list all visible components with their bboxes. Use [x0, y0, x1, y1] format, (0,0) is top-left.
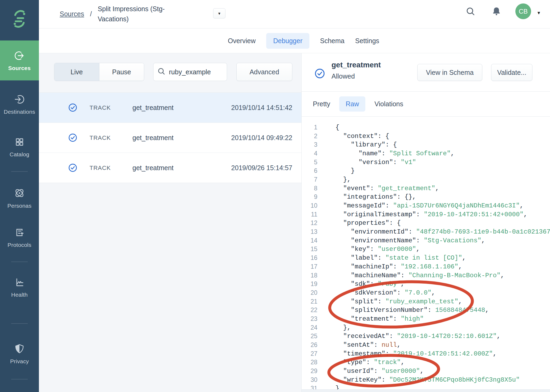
code-text: "userId": "user0000", [335, 368, 424, 375]
search-icon[interactable] [466, 6, 476, 18]
health-icon [14, 276, 25, 289]
tab-schema[interactable]: Schema [320, 33, 345, 49]
tab-overview[interactable]: Overview [228, 33, 256, 49]
line-number: 26 [302, 341, 317, 349]
source-switcher-button[interactable]: ▾ [213, 8, 225, 18]
sidebar-divider [11, 379, 28, 379]
account-menu-caret-icon[interactable]: ▼ [537, 11, 541, 15]
line-number: 23 [302, 315, 317, 322]
view-in-schema-button[interactable]: View in Schema [417, 64, 482, 81]
event-row-1[interactable]: TRACKget_treatment2019/10/14 14:51:42 [39, 93, 301, 123]
event-search-input[interactable] [169, 68, 223, 76]
breadcrumb: Sources / Split Impressions (Stg-Vacatio… [60, 4, 181, 24]
code-line-2: 2 "context": { [302, 132, 550, 141]
code-line-27: 27 "timestamp": "2019-10-14T20:51:42.000… [302, 349, 550, 358]
advanced-button[interactable]: Advanced [236, 63, 292, 81]
view-tab-violations[interactable]: Violations [374, 96, 403, 112]
validate-button[interactable]: Validate... [491, 64, 532, 81]
code-text: "receivedAt": "2019-10-14T20:52:10.601Z"… [335, 333, 500, 340]
line-number: 30 [302, 376, 317, 383]
sidebar: SourcesDestinationsCatalogPersonasProtoc… [0, 0, 39, 392]
code-text: } [335, 385, 339, 389]
segment-logo-icon [13, 10, 26, 29]
pause-toggle-button[interactable]: Pause [99, 63, 144, 81]
code-text: "integrations": {}, [335, 193, 416, 201]
code-line-31: 31} [302, 384, 550, 389]
view-tab-pretty[interactable]: Pretty [313, 96, 330, 112]
sidebar-item-destinations[interactable]: Destinations [0, 89, 39, 119]
event-list: TRACKget_treatment2019/10/14 14:51:42TRA… [39, 92, 301, 183]
line-number: 4 [302, 150, 317, 157]
breadcrumb-separator: / [90, 10, 92, 18]
sidebar-item-protocols[interactable]: Protocols [0, 222, 39, 252]
code-line-24: 24 }, [302, 323, 550, 332]
code-text: }, [335, 324, 351, 331]
code-text: "sdk": "ruby", [335, 280, 405, 288]
bell-icon[interactable] [491, 6, 502, 18]
code-line-28: 28 "type": "track", [302, 358, 550, 367]
sidebar-item-label: Protocols [7, 242, 31, 248]
code-line-1: 1{ [302, 123, 550, 132]
code-line-3: 3 "library": { [302, 140, 550, 149]
code-text: "timestamp": "2019-10-14T20:51:42.000Z", [335, 350, 497, 357]
line-number: 31 [302, 385, 317, 389]
line-number: 7 [302, 176, 317, 183]
event-row-3[interactable]: TRACKget_treatment2019/09/26 15:14:57 [39, 153, 301, 183]
avatar[interactable]: CB [515, 3, 531, 19]
line-number: 3 [302, 141, 317, 148]
code-text: "environmentName": "Stg-Vacations", [335, 237, 485, 244]
code-text: "messageId": "api-1SD7Ur6NGY6Q4jaNDhEm14… [335, 202, 524, 209]
code-line-10: 10 "messageId": "api-1SD7Ur6NGY6Q4jaNDhE… [302, 201, 550, 210]
breadcrumb-sources-link[interactable]: Sources [60, 10, 84, 18]
code-line-9: 9 "integrations": {}, [302, 193, 550, 202]
page-title: Split Impressions (Stg-Vacations) [98, 4, 181, 24]
line-number: 27 [302, 350, 317, 357]
line-number: 6 [302, 167, 317, 174]
tab-bar: OverviewDebuggerSchemaSettings [39, 29, 550, 53]
code-text: } [335, 167, 355, 174]
event-row-2[interactable]: TRACKget_treatment2019/10/14 09:49:22 [39, 123, 301, 153]
sidebar-item-health[interactable]: Health [0, 272, 39, 302]
sidebar-item-privacy[interactable]: Privacy [0, 339, 39, 369]
code-text: "split": "ruby_example_test", [335, 298, 462, 305]
code-line-11: 11 "originalTimestamp": "2019-10-14T20:5… [302, 210, 550, 219]
privacy-icon [14, 343, 25, 356]
code-line-15: 15 "key": "user0000", [302, 245, 550, 254]
sidebar-item-catalog[interactable]: Catalog [0, 132, 39, 162]
line-number: 11 [302, 211, 317, 218]
json-viewer: 1{2 "context": {3 "library": {4 "name": … [302, 117, 550, 389]
event-type: TRACK [90, 134, 111, 141]
view-tab-raw[interactable]: Raw [339, 96, 365, 112]
code-line-7: 7 }, [302, 175, 550, 184]
code-text: "label": "state in list [CO]", [335, 254, 466, 262]
tab-debugger[interactable]: Debugger [266, 33, 309, 49]
line-number: 14 [302, 237, 317, 244]
line-number: 18 [302, 272, 317, 279]
protocols-icon [14, 227, 25, 239]
event-search-box [153, 63, 227, 81]
tab-bar-tabs: OverviewDebuggerSchemaSettings [228, 29, 379, 53]
live-toggle-button[interactable]: Live [54, 63, 99, 81]
sidebar-item-label: Health [11, 292, 28, 298]
code-line-16: 16 "label": "state in list [CO]", [302, 254, 550, 262]
code-line-30: 30 "writeKey": "D0c52M2K75TM6CPqo8bHKj0f… [302, 375, 550, 384]
brand-logo[interactable] [0, 0, 39, 39]
top-bar: Sources / Split Impressions (Stg-Vacatio… [39, 0, 550, 28]
line-number: 1 [302, 124, 317, 131]
event-list-panel: Live Pause Advanced TRACKget_treatment20… [39, 53, 301, 392]
panel-bottom-edge [302, 389, 550, 392]
code-line-21: 21 "split": "ruby_example_test", [302, 297, 550, 306]
event-type: TRACK [90, 104, 111, 111]
sidebar-item-sources[interactable]: Sources [0, 40, 39, 80]
line-number: 13 [302, 228, 317, 235]
sidebar-item-personas[interactable]: Personas [0, 183, 39, 213]
line-number: 25 [302, 333, 317, 340]
personas-icon [13, 187, 26, 200]
tab-settings[interactable]: Settings [355, 33, 379, 49]
code-line-25: 25 "receivedAt": "2019-10-14T20:52:10.60… [302, 332, 550, 341]
event-name: get_treatment [132, 164, 173, 172]
line-number: 2 [302, 133, 317, 140]
code-line-6: 6 } [302, 166, 550, 175]
sidebar-divider [11, 323, 28, 324]
event-type: TRACK [90, 165, 111, 172]
